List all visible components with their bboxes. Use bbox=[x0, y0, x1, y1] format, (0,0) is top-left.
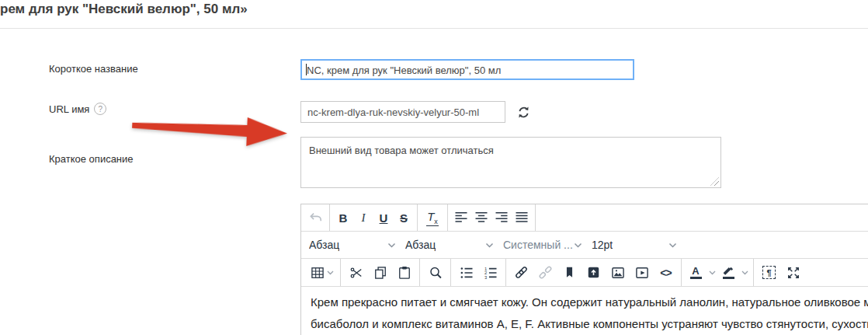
style-dropdown-value: Абзац bbox=[309, 239, 339, 251]
editor-content[interactable]: Крем прекрасно питает и смягчает кожу. О… bbox=[301, 287, 868, 335]
highlight-color-icon bbox=[722, 266, 734, 279]
url-name-label: URL имя bbox=[49, 103, 89, 115]
insert-image-button[interactable] bbox=[607, 262, 628, 284]
underline-button[interactable]: U bbox=[373, 207, 394, 229]
clear-formatting-icon: Tx bbox=[426, 210, 439, 226]
copy-button[interactable] bbox=[370, 262, 391, 284]
paste-button[interactable] bbox=[394, 262, 415, 284]
chevron-down-icon bbox=[327, 269, 334, 276]
content-line: бисаболол и комплекс витаминов A, E, F. … bbox=[311, 313, 868, 335]
text-color-menu-button[interactable] bbox=[707, 262, 717, 284]
toolbar-separator bbox=[447, 204, 448, 231]
strikethrough-button[interactable]: S bbox=[394, 207, 414, 229]
bold-button[interactable]: B bbox=[333, 207, 353, 229]
source-code-button[interactable]: <> bbox=[655, 262, 676, 284]
italic-button[interactable]: I bbox=[353, 207, 373, 229]
media-icon bbox=[634, 265, 650, 281]
strikethrough-icon: S bbox=[400, 211, 408, 225]
chevron-down-icon bbox=[709, 269, 716, 276]
align-center-button[interactable] bbox=[471, 207, 491, 229]
chevron-down-icon bbox=[485, 243, 494, 248]
help-icon[interactable]: ? bbox=[94, 103, 106, 115]
block-format-dropdown-value: Абзац bbox=[405, 239, 436, 251]
clear-formatting-button[interactable]: Tx bbox=[421, 207, 444, 229]
table-icon bbox=[310, 265, 325, 281]
chevron-down-icon bbox=[741, 269, 748, 276]
url-name-input[interactable]: nc-krem-dlya-ruk-nevskiy-velyur-50-ml bbox=[300, 101, 505, 123]
content-line: Крем прекрасно питает и смягчает кожу. О… bbox=[311, 291, 868, 313]
toolbar-separator bbox=[753, 259, 754, 286]
bookmark-button[interactable] bbox=[559, 262, 580, 284]
copy-icon bbox=[373, 265, 388, 281]
table-button[interactable] bbox=[307, 262, 335, 284]
chevron-down-icon bbox=[668, 243, 677, 248]
visual-chars-button[interactable]: ¶ bbox=[759, 262, 779, 284]
toolbar-separator bbox=[505, 259, 506, 286]
unlink-icon bbox=[537, 264, 554, 281]
toolbar-separator bbox=[417, 204, 418, 231]
undo-button[interactable] bbox=[306, 207, 326, 229]
regenerate-url-button[interactable] bbox=[516, 104, 531, 120]
highlight-color-menu-button[interactable] bbox=[739, 262, 750, 284]
rich-text-editor: B I U S Tx Абзац bbox=[300, 204, 868, 335]
insert-link-button[interactable] bbox=[511, 262, 532, 284]
chevron-down-icon bbox=[387, 243, 396, 248]
code-icon: <> bbox=[660, 267, 671, 279]
product-edit-page: рем для рук "Невский велюр", 50 мл» Коро… bbox=[0, 0, 868, 335]
resize-grip-icon[interactable] bbox=[710, 177, 719, 186]
font-size-dropdown[interactable]: 12pt bbox=[589, 233, 683, 256]
upload-button[interactable] bbox=[583, 262, 604, 284]
chevron-down-icon bbox=[574, 243, 582, 248]
short-name-value: NC, крем для рук "Невский велюр", 50 мл bbox=[307, 61, 501, 79]
page-title: рем для рук "Невский велюр", 50 мл» bbox=[0, 2, 248, 17]
upload-icon bbox=[586, 265, 601, 280]
bookmark-icon bbox=[562, 265, 577, 280]
italic-icon: I bbox=[362, 211, 366, 225]
short-description-value: Внешний вид товара может отличаться bbox=[309, 144, 494, 157]
svg-text:3: 3 bbox=[484, 274, 487, 279]
annotation-arrow-icon bbox=[130, 110, 291, 153]
url-name-value: nc-krem-dlya-ruk-nevskiy-velyur-50-ml bbox=[307, 103, 479, 123]
align-right-button[interactable] bbox=[491, 207, 512, 229]
numbered-list-icon: 1 2 3 bbox=[483, 265, 498, 281]
short-name-label: Короткое название bbox=[49, 63, 138, 75]
numbered-list-button[interactable]: 1 2 3 bbox=[480, 262, 501, 284]
search-icon bbox=[428, 265, 443, 281]
toolbar-separator bbox=[450, 259, 451, 286]
toolbar-separator bbox=[329, 204, 330, 231]
editor-toolbar-row3: 1 2 3 bbox=[301, 259, 868, 287]
undo-icon bbox=[308, 210, 324, 225]
short-description-textarea[interactable]: Внешний вид товара может отличаться bbox=[300, 137, 721, 188]
remove-link-button[interactable] bbox=[535, 262, 556, 284]
style-dropdown[interactable]: Абзац bbox=[306, 233, 402, 256]
header-divider bbox=[0, 28, 868, 29]
bullet-list-button[interactable] bbox=[456, 262, 477, 284]
align-justify-button[interactable] bbox=[512, 207, 532, 229]
cut-icon bbox=[349, 265, 364, 281]
visual-chars-icon: ¶ bbox=[762, 266, 776, 279]
font-size-dropdown-value: 12pt bbox=[592, 239, 613, 251]
align-justify-icon bbox=[514, 210, 529, 225]
editor-toolbar-row1: B I U S Tx bbox=[301, 204, 868, 232]
block-format-dropdown[interactable]: Абзац bbox=[402, 233, 500, 256]
text-color-icon: A bbox=[690, 266, 702, 279]
align-left-icon bbox=[453, 210, 469, 225]
text-color-button[interactable]: A bbox=[686, 262, 705, 284]
insert-media-button[interactable] bbox=[631, 262, 652, 284]
short-name-input[interactable]: NC, крем для рук "Невский велюр", 50 мл bbox=[300, 59, 634, 80]
font-family-dropdown[interactable]: Системный ... bbox=[500, 233, 589, 256]
short-description-label: Краткое описание bbox=[49, 153, 134, 165]
link-icon bbox=[513, 264, 529, 281]
toolbar-separator bbox=[535, 204, 536, 231]
highlight-color-button[interactable] bbox=[719, 262, 738, 284]
image-icon bbox=[610, 265, 626, 281]
fullscreen-button[interactable] bbox=[783, 262, 804, 284]
toolbar-separator bbox=[340, 259, 341, 286]
cut-button[interactable] bbox=[345, 262, 366, 284]
toolbar-separator bbox=[681, 259, 682, 286]
align-right-icon bbox=[494, 210, 509, 225]
search-button[interactable] bbox=[425, 262, 446, 284]
url-name-label-row: URL имя ? bbox=[49, 103, 106, 115]
paste-icon bbox=[397, 265, 412, 281]
align-left-button[interactable] bbox=[451, 207, 471, 229]
